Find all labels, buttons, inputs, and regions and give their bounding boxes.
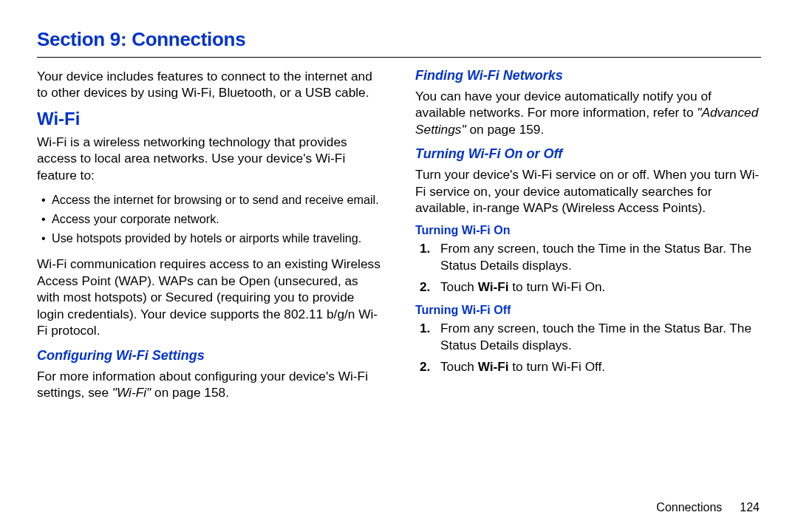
finding-paragraph: You can have your device automatically n… <box>415 88 761 137</box>
finding-heading: Finding Wi-Fi Networks <box>415 68 761 83</box>
turning-heading: Turning Wi-Fi On or Off <box>415 146 761 162</box>
wifi-feature-list: Access the internet for browsing or to s… <box>37 191 383 248</box>
turning-on-steps: From any screen, touch the Time in the S… <box>415 240 761 296</box>
manual-page: Section 9: Connections Your device inclu… <box>0 0 798 532</box>
wap-paragraph: Wi-Fi communication requires access to a… <box>37 256 383 338</box>
wifi-heading: Wi-Fi <box>37 109 383 129</box>
step-item: Touch Wi-Fi to turn Wi-Fi On. <box>420 279 761 296</box>
text-fragment: on page 158. <box>151 385 229 400</box>
turning-paragraph: Turn your device's Wi-Fi service on or o… <box>415 166 761 216</box>
turning-off-heading: Turning Wi-Fi Off <box>415 304 761 317</box>
list-item: Access the internet for browsing or to s… <box>41 191 383 210</box>
page-footer: Connections124 <box>656 501 760 514</box>
horizontal-rule <box>37 57 761 58</box>
list-item: Access your corporate network. <box>41 210 383 229</box>
wifi-description: Wi-Fi is a wireless networking technolog… <box>37 134 383 183</box>
footer-section-name: Connections <box>656 501 722 514</box>
cross-reference: "Wi-Fi" <box>112 385 151 400</box>
configuring-heading: Configuring Wi-Fi Settings <box>37 348 383 364</box>
text-fragment: to turn Wi-Fi On. <box>509 279 606 294</box>
bold-term: Wi-Fi <box>478 359 509 374</box>
two-column-layout: Your device includes features to connect… <box>37 66 761 409</box>
text-fragment: Touch <box>440 279 478 294</box>
intro-paragraph: Your device includes features to connect… <box>37 68 383 101</box>
column-right: Finding Wi-Fi Networks You can have your… <box>415 66 761 409</box>
text-fragment: on page 159. <box>466 122 545 137</box>
text-fragment: You can have your device automatically n… <box>415 89 712 120</box>
configuring-paragraph: For more information about configuring y… <box>37 368 383 401</box>
column-left: Your device includes features to connect… <box>37 66 383 409</box>
text-fragment: to turn Wi-Fi Off. <box>509 359 606 374</box>
section-title: Section 9: Connections <box>37 28 761 51</box>
list-item: Use hotspots provided by hotels or airpo… <box>41 229 383 248</box>
turning-on-heading: Turning Wi-Fi On <box>415 224 761 237</box>
step-item: Touch Wi-Fi to turn Wi-Fi Off. <box>420 358 761 375</box>
step-item: From any screen, touch the Time in the S… <box>420 240 761 274</box>
turning-off-steps: From any screen, touch the Time in the S… <box>415 320 761 376</box>
step-item: From any screen, touch the Time in the S… <box>420 320 761 354</box>
footer-page-number: 124 <box>740 501 760 514</box>
text-fragment: Touch <box>440 359 478 374</box>
bold-term: Wi-Fi <box>478 279 509 294</box>
